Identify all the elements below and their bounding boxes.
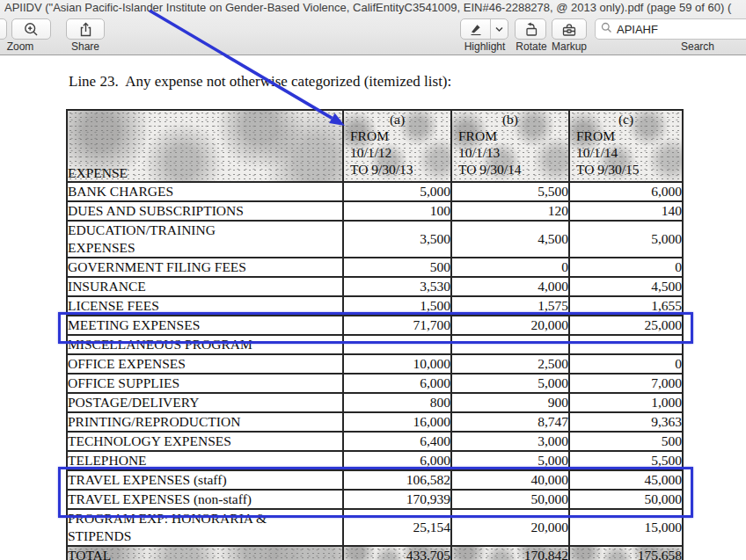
expense-value: 3,500 (343, 221, 451, 258)
search-input[interactable] (617, 23, 746, 36)
expense-value: 3,530 (343, 277, 451, 296)
expense-value: 500 (343, 258, 451, 277)
preview-window: APIIDV ("Asian Pacific-Islander Institut… (0, 0, 746, 560)
search-field[interactable] (595, 18, 746, 40)
expense-label: TECHNOLOGY EXPENSES (67, 432, 343, 451)
table-row: OFFICE EXPENSES10,0002,5000 (67, 354, 683, 374)
column-period-line: FROM (452, 127, 568, 144)
expense-value: 500 (569, 432, 683, 451)
column-letter: (c) (570, 111, 682, 127)
expense-value: 800 (343, 393, 451, 412)
column-letter: (a) (344, 111, 450, 127)
table-row: POSTAGE/DELIVERY8009001,000 (67, 393, 683, 412)
expense-value: 3,000 (451, 432, 569, 451)
expense-value: 2,500 (451, 354, 569, 374)
table-row: TOTAL433,705170,842175,658 (67, 546, 683, 560)
rotate-icon (523, 21, 539, 38)
window-title: APIIDV ("Asian Pacific-Islander Institut… (4, 0, 746, 16)
markup-toolbox-icon (560, 21, 578, 38)
column-period-line: TO 9/30/15 (570, 161, 682, 178)
expense-value: 6,400 (343, 432, 451, 451)
highlighter-icon (468, 21, 484, 37)
expense-value: 433,705 (343, 546, 451, 560)
markup-button-label: Markup (544, 40, 595, 53)
table-row: EDUCATION/TRAINING EXPENSES3,5004,5005,0… (67, 221, 683, 258)
expense-label: INSURANCE (67, 277, 343, 296)
expense-value: 10,000 (343, 354, 451, 374)
share-icon (77, 21, 94, 38)
share-button-label: Share (62, 40, 109, 53)
table-row: INSURANCE3,5304,0004,500 (67, 277, 683, 296)
chevron-down-icon (495, 26, 503, 33)
search-field-label: Search (670, 40, 725, 53)
highlight-button-label: Highlight (452, 40, 517, 53)
column-period-line: 10/1/14 (570, 144, 682, 161)
annotation-box (58, 312, 693, 344)
highlight-pen-segment[interactable] (461, 19, 490, 39)
expense-value: 4,500 (569, 277, 683, 296)
annotation-box (58, 467, 693, 518)
expense-value: 0 (569, 354, 683, 374)
table-header-row: EXPENSE (a)FROM10/1/12TO 9/30/13(b)FROM1… (67, 110, 683, 182)
expense-label: GOVERNMENT FILING FEES (67, 258, 343, 277)
expense-label: POSTAGE/DELIVERY (67, 393, 343, 412)
expense-label: BANK CHARGES (67, 182, 343, 201)
partial-toolbar-button[interactable] (0, 18, 7, 40)
expense-value: 1,000 (569, 393, 683, 412)
table-row: BANK CHARGES5,0005,5006,000 (67, 182, 683, 201)
column-header-c: (c)FROM10/1/14TO 9/30/15 (569, 110, 683, 182)
expense-value: 4,500 (451, 221, 569, 258)
expense-value: 16,000 (343, 412, 451, 432)
highlight-button[interactable] (460, 18, 508, 40)
expense-value: 0 (569, 258, 683, 277)
expense-value: 140 (569, 201, 683, 221)
column-header-b: (b)FROM10/1/13TO 9/30/14 (451, 110, 569, 182)
zoom-button[interactable] (11, 18, 51, 40)
window-chrome: APIIDV ("Asian Pacific-Islander Institut… (0, 0, 746, 55)
expense-label: OFFICE EXPENSES (67, 354, 343, 374)
expense-label: PRINTING/REPRODUCTION (67, 412, 343, 432)
expense-label: OFFICE SUPPLIES (67, 374, 343, 393)
expense-value: 120 (451, 201, 569, 221)
search-icon (601, 21, 612, 37)
expense-label: DUES AND SUBSCRIPTIONS (67, 201, 343, 221)
expense-column-header: EXPENSE (67, 110, 343, 182)
expense-value: 6,000 (569, 182, 683, 201)
column-period-line: 10/1/13 (452, 144, 568, 161)
markup-button[interactable] (552, 18, 587, 40)
expense-value: 5,500 (451, 182, 569, 201)
table-row: DUES AND SUBSCRIPTIONS100120140 (67, 201, 683, 221)
expense-value: 5,000 (343, 182, 451, 201)
pdf-page: Line 23. Any expense not otherwise categ… (0, 55, 746, 560)
line23-heading: Line 23. Any expense not otherwise categ… (69, 73, 451, 91)
expense-value: 900 (451, 393, 569, 412)
expense-value: 100 (343, 201, 451, 221)
expense-value: 8,747 (451, 412, 569, 432)
table-row: OFFICE SUPPLIES6,0005,0007,000 (67, 374, 683, 393)
rotate-button[interactable] (515, 18, 546, 40)
expense-value: 9,363 (569, 412, 683, 432)
table-row: GOVERNMENT FILING FEES50000 (67, 258, 683, 277)
expense-value: 5,000 (451, 374, 569, 393)
column-period-line: FROM (570, 127, 682, 144)
expense-value: 6,000 (343, 374, 451, 393)
column-header-a: (a)FROM10/1/12TO 9/30/13 (343, 110, 451, 182)
column-period-line: 10/1/12 (344, 144, 450, 161)
expense-label: EDUCATION/TRAINING EXPENSES (67, 221, 343, 258)
expense-value: 175,658 (569, 546, 683, 560)
column-period-line: TO 9/30/14 (452, 161, 568, 178)
zoom-button-label: Zoom (0, 40, 40, 53)
expense-value: 5,000 (569, 221, 683, 258)
column-letter: (b) (452, 111, 568, 127)
column-period-line: FROM (344, 127, 450, 144)
expense-label: TOTAL (67, 546, 343, 560)
expense-value: 170,842 (451, 546, 569, 560)
expense-value: 4,000 (451, 277, 569, 296)
zoom-in-icon (23, 21, 40, 38)
share-button[interactable] (66, 18, 105, 40)
highlight-dropdown-segment[interactable] (491, 19, 508, 39)
expense-value: 0 (451, 258, 569, 277)
table-row: TECHNOLOGY EXPENSES6,4003,000500 (67, 432, 683, 451)
table-row: PRINTING/REPRODUCTION16,0008,7479,363 (67, 412, 683, 432)
expense-value: 7,000 (569, 374, 683, 393)
